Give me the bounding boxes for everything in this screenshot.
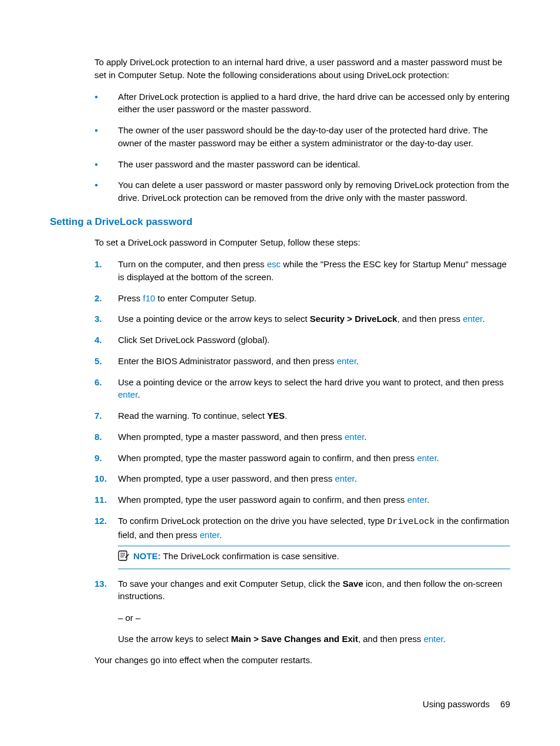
step-text: to enter Computer Setup. (155, 293, 257, 303)
step-item: To confirm DriveLock protection on the d… (95, 515, 510, 569)
note-label: NOTE: (133, 551, 161, 561)
key-enter: enter (417, 453, 436, 463)
step-item: Use a pointing device or the arrow keys … (95, 312, 510, 325)
step-text: . (364, 432, 366, 442)
step-item: Enter the BIOS Administrator password, a… (95, 355, 510, 368)
page-footer: Using passwords69 (423, 698, 510, 711)
step-text: . (355, 473, 357, 483)
list-item: The user password and the master passwor… (95, 158, 510, 171)
key-enter: enter (200, 530, 219, 540)
step-item: Click Set DriveLock Password (global). (95, 334, 510, 347)
step-text: . (483, 314, 485, 324)
footer-section-title: Using passwords (423, 699, 490, 709)
step-text: To confirm DriveLock protection on the d… (118, 516, 387, 526)
literal-drivelock: DriveLock (387, 517, 435, 527)
key-enter: enter (407, 495, 427, 505)
step-item: Press f10 to enter Computer Setup. (95, 292, 510, 305)
step-text: . (437, 453, 439, 463)
note-text: The DriveLock confirmation is case sensi… (163, 551, 339, 561)
key-enter: enter (335, 473, 354, 483)
step-item: When prompted, type a user password, and… (95, 472, 510, 485)
note-content: NOTE:The DriveLock confirmation is case … (133, 550, 339, 563)
step-item: Turn on the computer, and then press esc… (95, 258, 510, 284)
key-enter: enter (118, 389, 137, 399)
option-yes: YES (267, 411, 285, 421)
list-item: The owner of the user password should be… (95, 124, 510, 150)
step-item: To save your changes and exit Computer S… (95, 577, 510, 603)
step-text: To save your changes and exit Computer S… (118, 579, 343, 589)
step-item: Use a pointing device or the arrow keys … (95, 376, 510, 402)
step-text: . (137, 389, 140, 399)
list-item: You can delete a user password or master… (95, 179, 510, 204)
note-icon (118, 550, 130, 564)
key-enter: enter (345, 432, 364, 442)
menu-path: Main > Save Changes and Exit (231, 634, 358, 644)
step-text: Press (118, 293, 143, 303)
alternative-step: Use the arrow keys to select Main > Save… (118, 633, 510, 646)
menu-path: Security > DriveLock (310, 314, 397, 324)
step-text: When prompted, type the user password ag… (118, 495, 407, 505)
step-text: . (220, 530, 222, 540)
step-item: Read the warning. To continue, select YE… (95, 409, 510, 422)
step-text: Use a pointing device or the arrow keys … (118, 314, 310, 324)
step-text: , and then press (397, 314, 463, 324)
closing-paragraph: Your changes go into effect when the com… (95, 654, 510, 667)
save-icon-label: Save (343, 579, 363, 589)
key-enter: enter (337, 356, 356, 366)
alt-text: , and then press (358, 634, 424, 644)
considerations-list: After DriveLock protection is applied to… (95, 90, 510, 204)
alt-text: . (443, 634, 446, 644)
or-separator: – or – (118, 611, 510, 624)
step-text: When prompted, type a master password, a… (118, 432, 345, 442)
key-enter: enter (463, 314, 482, 324)
step-text: Turn on the computer, and then press (118, 259, 267, 269)
step-item: When prompted, type the user password ag… (95, 493, 510, 506)
key-enter: enter (424, 634, 443, 644)
intro-paragraph: To apply DriveLock protection to an inte… (95, 56, 510, 82)
step-text: Read the warning. To continue, select (118, 411, 267, 421)
step-text: Use a pointing device or the arrow keys … (118, 377, 504, 387)
step-text: When prompted, type the master password … (118, 453, 417, 463)
step-text: . (356, 356, 359, 366)
step-text: When prompted, type a user password, and… (118, 473, 335, 483)
key-f10: f10 (143, 293, 156, 303)
list-item: After DriveLock protection is applied to… (95, 90, 510, 116)
page-number: 69 (500, 699, 510, 709)
note-callout: NOTE:The DriveLock confirmation is case … (118, 546, 510, 569)
step-text: Enter the BIOS Administrator password, a… (118, 356, 337, 366)
step-item: When prompted, type a master password, a… (95, 431, 510, 443)
alt-text: Use the arrow keys to select (118, 634, 231, 644)
section-heading: Setting a DriveLock password (50, 215, 510, 230)
step-item: When prompted, type the master password … (95, 452, 510, 465)
document-page: To apply DriveLock protection to an inte… (0, 0, 560, 746)
key-esc: esc (267, 259, 281, 269)
svg-rect-0 (119, 551, 127, 560)
step-text: . (427, 495, 429, 505)
step-text: . (285, 411, 287, 421)
lead-paragraph: To set a DriveLock password in Computer … (95, 236, 510, 249)
steps-list: Turn on the computer, and then press esc… (95, 258, 510, 603)
